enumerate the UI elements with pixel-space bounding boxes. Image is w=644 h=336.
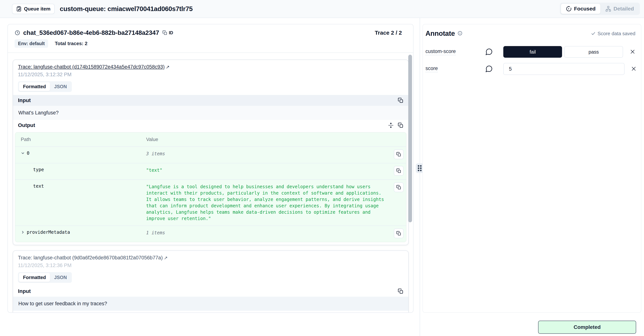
page-title: custom-queue: cmiacwel70041ad060s7tlr75 bbox=[60, 5, 193, 13]
network-icon bbox=[605, 6, 611, 12]
tab-json[interactable]: JSON bbox=[50, 273, 71, 282]
save-status-label: Score data saved bbox=[598, 31, 636, 37]
row-value: 1 items bbox=[146, 230, 390, 236]
copy-row-button[interactable] bbox=[394, 228, 404, 238]
table-row[interactable]: 0 3 items bbox=[15, 146, 406, 163]
score-label: custom-score bbox=[426, 49, 456, 55]
input-label: Input bbox=[18, 288, 31, 294]
score-input[interactable] bbox=[503, 63, 624, 75]
comment-button[interactable] bbox=[485, 48, 493, 56]
fail-option-button[interactable]: fail bbox=[503, 46, 562, 58]
row-path: 0 bbox=[27, 151, 29, 156]
delete-score-button[interactable] bbox=[631, 66, 636, 72]
copy-id-button[interactable]: ID bbox=[162, 30, 173, 35]
completed-button[interactable]: Completed bbox=[538, 321, 636, 334]
row-value: "Langfuse is a tool designed to help bus… bbox=[146, 184, 390, 222]
copy-row-button[interactable] bbox=[394, 149, 404, 159]
row-path: type bbox=[33, 167, 44, 172]
tab-json[interactable]: JSON bbox=[50, 82, 71, 91]
output-table-1: Path Value 0 3 items type "text" bbox=[15, 132, 406, 242]
env-badge: Env: default bbox=[14, 39, 48, 48]
copy-icon bbox=[398, 98, 404, 103]
table-row[interactable]: type "text" bbox=[15, 163, 406, 179]
session-title: chat_536ed067-b86e-4eb6-882b-ba27148a234… bbox=[23, 29, 159, 36]
tab-formatted[interactable]: Formatted bbox=[19, 82, 50, 91]
view-mode-toggle: Focused Detailed bbox=[560, 3, 640, 15]
score-label: score bbox=[426, 66, 438, 72]
chevron-down-icon bbox=[21, 151, 25, 155]
copy-icon bbox=[396, 168, 401, 173]
traces-scroll-area[interactable]: Trace: langfuse-chatbot (d174b1589072e43… bbox=[8, 53, 414, 313]
id-label: ID bbox=[169, 30, 173, 35]
trace-preview-header: chat_536ed067-b86e-4eb6-882b-ba27148a234… bbox=[8, 24, 413, 53]
focused-view-label: Focused bbox=[574, 6, 596, 12]
external-link-icon: ↗ bbox=[166, 65, 170, 70]
message-circle-icon bbox=[485, 48, 493, 56]
copy-input-button[interactable] bbox=[398, 98, 404, 103]
col-path: Path bbox=[15, 137, 146, 142]
expand-output-button[interactable] bbox=[388, 123, 394, 128]
trace-timestamp-2: 11/12/2025, 3:12:36 PM bbox=[18, 263, 404, 268]
row-path: providerMetadata bbox=[27, 230, 70, 235]
close-icon bbox=[631, 66, 636, 72]
annotate-title: Annotate bbox=[426, 30, 455, 38]
queue-item-badge: Queue item bbox=[12, 4, 55, 14]
table-row[interactable]: text "Langfuse is a tool designed to hel… bbox=[15, 179, 406, 225]
trace-link-1[interactable]: Trace: langfuse-chatbot (d174b1589072e43… bbox=[18, 64, 170, 70]
pass-option-button[interactable]: pass bbox=[564, 46, 623, 58]
clipboard-pen-icon bbox=[16, 6, 22, 12]
clock-icon bbox=[14, 30, 20, 36]
score-row-custom-score: custom-score fail pass bbox=[426, 46, 636, 58]
output-section-header-2: Output bbox=[13, 311, 408, 313]
save-status: Score data saved bbox=[591, 31, 636, 37]
input-section-header-2: Input bbox=[13, 286, 408, 297]
trace-preview-panel: chat_536ed067-b86e-4eb6-882b-ba27148a234… bbox=[8, 24, 414, 313]
input-section-header-1: Input bbox=[13, 95, 408, 106]
table-row[interactable]: providerMetadata 1 items bbox=[15, 225, 406, 242]
annotate-panel: Annotate Score data saved custom-score f… bbox=[422, 24, 642, 313]
output-section-header-1: Output bbox=[13, 120, 408, 131]
chevron-right-icon bbox=[21, 230, 25, 234]
col-value: Value bbox=[146, 137, 390, 142]
copy-input-button[interactable] bbox=[398, 288, 404, 294]
panel-divider bbox=[420, 18, 420, 336]
copy-icon bbox=[398, 123, 404, 128]
copy-icon bbox=[162, 30, 167, 35]
queue-item-page: Queue item custom-queue: cmiacwel70041ad… bbox=[0, 0, 644, 336]
copy-icon bbox=[396, 152, 401, 157]
row-path: text bbox=[33, 184, 44, 189]
close-icon bbox=[630, 49, 636, 55]
trace-link-2[interactable]: Trace: langfuse-chatbot (9d0a6f2e6de8670… bbox=[18, 255, 168, 260]
message-circle-icon bbox=[485, 65, 493, 73]
output-label: Output bbox=[18, 122, 35, 128]
external-link-icon: ↗ bbox=[164, 255, 168, 260]
check-icon bbox=[591, 31, 596, 36]
gauge-icon bbox=[566, 6, 572, 12]
detailed-view-label: Detailed bbox=[614, 6, 634, 12]
queue-item-badge-label: Queue item bbox=[24, 6, 50, 12]
input-content-1: What's Langfuse? bbox=[13, 106, 408, 120]
format-tabs-2: Formatted JSON bbox=[18, 272, 72, 283]
copy-row-button[interactable] bbox=[394, 166, 404, 176]
trace-card-2: Trace: langfuse-chatbot (9d0a6f2e6de8670… bbox=[13, 250, 409, 313]
tab-formatted[interactable]: Formatted bbox=[19, 273, 50, 282]
row-value: 3 items bbox=[146, 151, 390, 157]
focused-view-button[interactable]: Focused bbox=[561, 4, 600, 14]
table-header-row: Path Value bbox=[15, 132, 406, 146]
copy-icon bbox=[396, 231, 401, 236]
info-icon[interactable] bbox=[458, 31, 462, 37]
vertical-scrollbar-thumb[interactable] bbox=[408, 55, 412, 222]
copy-row-button[interactable] bbox=[394, 182, 404, 192]
trace-timestamp-1: 11/12/2025, 3:12:32 PM bbox=[18, 72, 404, 78]
copy-output-button[interactable] bbox=[398, 123, 404, 128]
detailed-view-button[interactable]: Detailed bbox=[600, 4, 639, 14]
row-value: "text" bbox=[146, 167, 390, 173]
input-content-2: How to get user feedback in my traces? bbox=[13, 297, 408, 311]
trace-counter: Trace 2 / 2 bbox=[375, 30, 402, 36]
topbar: Queue item custom-queue: cmiacwel70041ad… bbox=[0, 0, 644, 18]
input-label: Input bbox=[18, 97, 31, 103]
copy-icon bbox=[398, 288, 404, 294]
comment-button[interactable] bbox=[485, 65, 493, 73]
delete-score-button[interactable] bbox=[630, 49, 636, 55]
score-row-score: score bbox=[426, 63, 636, 75]
